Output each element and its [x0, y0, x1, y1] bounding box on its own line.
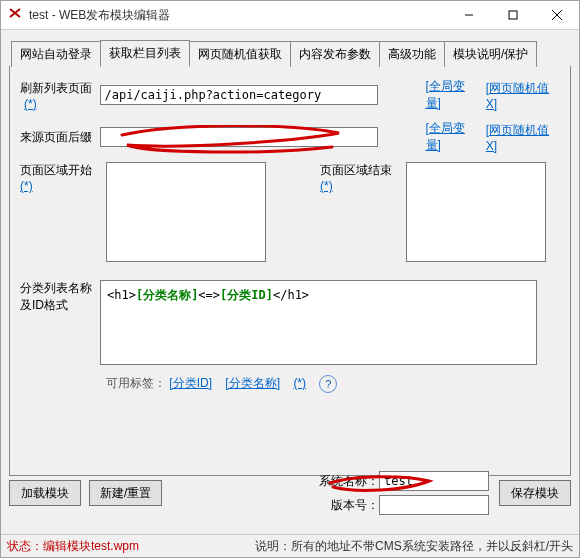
- source-label: 来源页面后缀: [20, 129, 100, 146]
- source-random-link[interactable]: [网页随机值X]: [486, 122, 560, 153]
- tag-star-link[interactable]: (*): [293, 376, 306, 390]
- status-hint-value: 所有的地址不带CMS系统安装路径，并以反斜杠/开头: [291, 539, 573, 553]
- app-icon: [7, 7, 23, 23]
- tag-name-link[interactable]: [分类名称]: [225, 376, 280, 390]
- svg-line-3: [552, 10, 562, 20]
- format-name-token: [分类名称]: [136, 288, 198, 302]
- area-start-label: 页面区域开始 (*): [20, 162, 100, 262]
- status-bar: 状态：编辑模块test.wpm 说明：所有的地址不带CMS系统安装路径，并以反斜…: [1, 534, 579, 557]
- save-module-button[interactable]: 保存模块: [499, 480, 571, 506]
- bottom-bar: 加载模块 新建/重置 系统名称： 版本号： 保存模块: [9, 471, 571, 531]
- available-tags-row: 可用标签： [分类ID] [分类名称] (*) ?: [106, 375, 560, 393]
- area-end-label-text: 页面区域结束: [320, 163, 392, 177]
- svg-line-2: [552, 10, 562, 20]
- tab-strip: 网站自动登录 获取栏目列表 网页随机值获取 内容发布参数 高级功能 模块说明/保…: [11, 42, 571, 66]
- status-hint: 说明：所有的地址不带CMS系统安装路径，并以反斜杠/开头: [255, 538, 573, 555]
- tab-module-info[interactable]: 模块说明/保护: [444, 41, 537, 67]
- area-start-input[interactable]: [106, 162, 266, 262]
- minimize-button[interactable]: [447, 1, 491, 29]
- close-button[interactable]: [535, 1, 579, 29]
- system-name-input[interactable]: [379, 471, 489, 491]
- tab-auto-login[interactable]: 网站自动登录: [11, 41, 101, 67]
- tab-panel: 刷新列表页面 (*) [全局变量] [网页随机值X] 来源页面后缀 [全局变量]…: [9, 66, 571, 476]
- refresh-url-input[interactable]: [100, 85, 378, 105]
- source-suffix-input[interactable]: [100, 127, 378, 147]
- load-module-button[interactable]: 加载模块: [9, 480, 81, 506]
- area-end-label: 页面区域结束 (*): [320, 162, 400, 262]
- status-state-value: 编辑模块test.wpm: [43, 539, 139, 553]
- version-label: 版本号：: [331, 497, 379, 514]
- status-state: 状态：编辑模块test.wpm: [7, 538, 139, 555]
- format-prefix: <h1>: [107, 288, 136, 302]
- source-global-var-link[interactable]: [全局变量]: [426, 120, 480, 154]
- format-id-token: [分类ID]: [220, 288, 273, 302]
- tab-advanced[interactable]: 高级功能: [379, 41, 445, 67]
- format-sep: <=>: [198, 288, 220, 302]
- refresh-label: 刷新列表页面 (*): [20, 80, 100, 111]
- tab-category-list[interactable]: 获取栏目列表: [100, 40, 190, 67]
- format-input[interactable]: <h1>[分类名称]<=>[分类ID]</h1>: [100, 280, 537, 365]
- tab-random-value[interactable]: 网页随机值获取: [189, 41, 291, 67]
- titlebar: test - WEB发布模块编辑器: [1, 1, 579, 30]
- available-tags-label: 可用标签：: [106, 376, 166, 390]
- refresh-global-var-link[interactable]: [全局变量]: [426, 78, 480, 112]
- format-suffix: </h1>: [273, 288, 309, 302]
- status-state-label: 状态：: [7, 539, 43, 553]
- help-icon[interactable]: ?: [319, 375, 337, 393]
- status-hint-label: 说明：: [255, 539, 291, 553]
- tag-id-link[interactable]: [分类ID]: [169, 376, 212, 390]
- refresh-random-link[interactable]: [网页随机值X]: [486, 80, 560, 111]
- refresh-label-text: 刷新列表页面: [20, 81, 92, 95]
- svg-rect-1: [509, 11, 517, 19]
- area-start-star-link[interactable]: (*): [20, 179, 33, 193]
- refresh-star-link[interactable]: (*): [24, 97, 37, 111]
- area-end-input[interactable]: [406, 162, 546, 262]
- area-end-star-link[interactable]: (*): [320, 179, 333, 193]
- maximize-button[interactable]: [491, 1, 535, 29]
- version-input[interactable]: [379, 495, 489, 515]
- window-title: test - WEB发布模块编辑器: [29, 7, 447, 24]
- tab-publish-params[interactable]: 内容发布参数: [290, 41, 380, 67]
- area-start-label-text: 页面区域开始: [20, 163, 92, 177]
- format-label: 分类列表名称及ID格式: [20, 280, 100, 314]
- system-name-label: 系统名称：: [319, 473, 379, 490]
- new-reset-button[interactable]: 新建/重置: [89, 480, 162, 506]
